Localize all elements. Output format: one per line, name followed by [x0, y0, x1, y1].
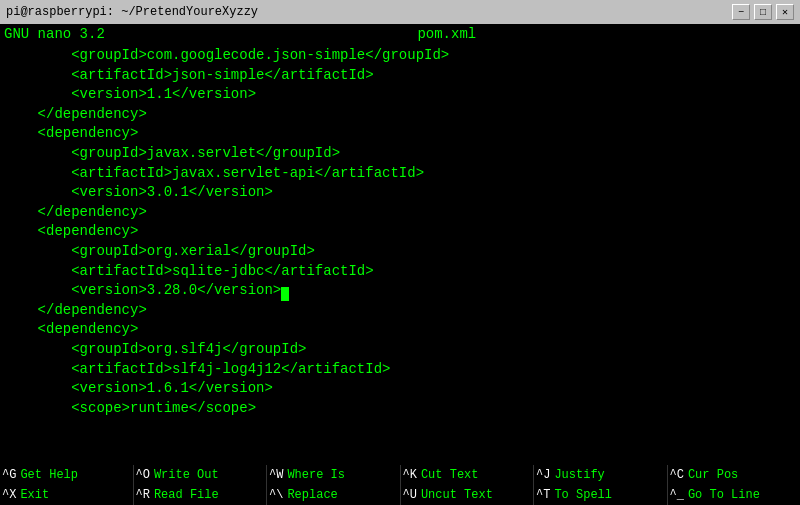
title-bar: pi@raspberrypi: ~/PretendYoureXyzzy − □ …	[0, 0, 800, 24]
shortcut-key: ^U	[401, 488, 419, 502]
shortcut-item[interactable]: ^\Replace	[267, 485, 400, 505]
shortcut-item[interactable]: ^RRead File	[134, 485, 267, 505]
editor-line: <scope>runtime</scope>	[4, 399, 796, 419]
maximize-button[interactable]: □	[754, 4, 772, 20]
shortcut-key: ^O	[134, 468, 152, 482]
shortcut-key: ^T	[534, 488, 552, 502]
shortcut-key: ^\	[267, 488, 285, 502]
shortcut-key: ^K	[401, 468, 419, 482]
shortcut-key: ^J	[534, 468, 552, 482]
shortcut-label: Cur Pos	[686, 468, 740, 482]
editor-line: <version>3.28.0</version>	[4, 281, 796, 301]
shortcut-item[interactable]: ^JJustify	[534, 465, 667, 485]
shortcut-row-2: ^XExit^RRead File^\Replace^UUncut Text^T…	[0, 485, 800, 505]
text-cursor	[281, 287, 289, 301]
shortcut-label: Replace	[285, 488, 339, 502]
shortcut-label: To Spell	[552, 488, 614, 502]
editor-line: <artifactId>sqlite-jdbc</artifactId>	[4, 262, 796, 282]
editor-line: <dependency>	[4, 124, 796, 144]
shortcut-label: Justify	[552, 468, 606, 482]
shortcut-key: ^W	[267, 468, 285, 482]
shortcut-label: Cut Text	[419, 468, 481, 482]
terminal-title: pi@raspberrypi: ~/PretendYoureXyzzy	[6, 5, 258, 19]
shortcut-label: Where Is	[285, 468, 347, 482]
nano-filename: pom.xml	[417, 26, 476, 42]
shortcut-key: ^X	[0, 488, 18, 502]
editor-line: <groupId>javax.servlet</groupId>	[4, 144, 796, 164]
editor-line: <dependency>	[4, 222, 796, 242]
shortcut-bar: ^GGet Help^OWrite Out^WWhere Is^KCut Tex…	[0, 465, 800, 505]
editor-line: <groupId>org.slf4j</groupId>	[4, 340, 796, 360]
shortcut-item[interactable]: ^OWrite Out	[134, 465, 267, 485]
shortcut-item[interactable]: ^_Go To Line	[668, 485, 801, 505]
editor-line: <groupId>org.xerial</groupId>	[4, 242, 796, 262]
shortcut-item[interactable]: ^WWhere Is	[267, 465, 400, 485]
nano-header: GNU nano 3.2 pom.xml x	[0, 24, 800, 44]
title-bar-controls: − □ ✕	[732, 4, 794, 20]
shortcut-item[interactable]: ^UUncut Text	[401, 485, 534, 505]
editor-line: <groupId>com.googlecode.json-simple</gro…	[4, 46, 796, 66]
editor-line: <dependency>	[4, 320, 796, 340]
editor-line: </dependency>	[4, 301, 796, 321]
editor-line: <version>1.1</version>	[4, 85, 796, 105]
shortcut-item[interactable]: ^KCut Text	[401, 465, 534, 485]
shortcut-item[interactable]: ^TTo Spell	[534, 485, 667, 505]
shortcut-label: Get Help	[18, 468, 80, 482]
shortcut-key: ^_	[668, 488, 686, 502]
minimize-button[interactable]: −	[732, 4, 750, 20]
shortcut-item[interactable]: ^CCur Pos	[668, 465, 801, 485]
shortcut-label: Go To Line	[686, 488, 762, 502]
nano-version: GNU nano 3.2	[4, 26, 105, 42]
editor-area[interactable]: <groupId>com.googlecode.json-simple</gro…	[0, 44, 800, 465]
close-button[interactable]: ✕	[776, 4, 794, 20]
shortcut-item[interactable]: ^XExit	[0, 485, 133, 505]
editor-line: <version>1.6.1</version>	[4, 379, 796, 399]
shortcut-key: ^R	[134, 488, 152, 502]
editor-line: </dependency>	[4, 203, 796, 223]
shortcut-row-1: ^GGet Help^OWrite Out^WWhere Is^KCut Tex…	[0, 465, 800, 485]
shortcut-label: Exit	[18, 488, 51, 502]
shortcut-key: ^G	[0, 468, 18, 482]
editor-line: </dependency>	[4, 105, 796, 125]
shortcut-item[interactable]: ^GGet Help	[0, 465, 133, 485]
shortcut-label: Uncut Text	[419, 488, 495, 502]
shortcut-label: Read File	[152, 488, 221, 502]
editor-line: <artifactId>javax.servlet-api</artifactI…	[4, 164, 796, 184]
editor-line: <artifactId>slf4j-log4j12</artifactId>	[4, 360, 796, 380]
editor-line: <artifactId>json-simple</artifactId>	[4, 66, 796, 86]
title-bar-left: pi@raspberrypi: ~/PretendYoureXyzzy	[6, 5, 258, 19]
editor-line: <version>3.0.1</version>	[4, 183, 796, 203]
shortcut-label: Write Out	[152, 468, 221, 482]
shortcut-key: ^C	[668, 468, 686, 482]
